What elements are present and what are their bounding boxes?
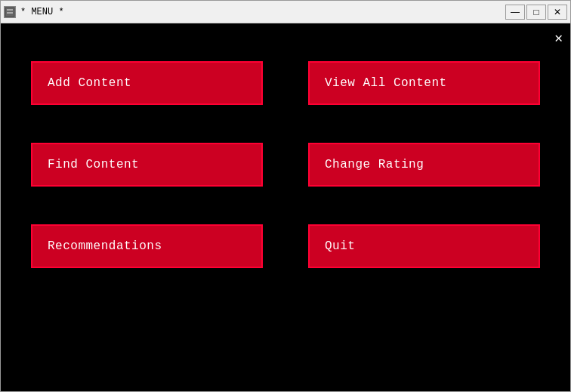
minimize-button[interactable]: — bbox=[505, 5, 525, 20]
app-icon bbox=[4, 6, 16, 18]
find-content-button[interactable]: Find Content bbox=[31, 143, 263, 187]
content-close-button[interactable]: ✕ bbox=[554, 29, 563, 46]
add-content-button[interactable]: Add Content bbox=[31, 61, 263, 105]
view-all-content-button[interactable]: View All Content bbox=[308, 61, 540, 105]
close-button[interactable]: ✕ bbox=[548, 5, 567, 20]
title-bar-controls: — □ ✕ bbox=[505, 5, 567, 20]
maximize-button[interactable]: □ bbox=[526, 5, 546, 20]
window-content: ✕ Add Content View All Content Find Cont… bbox=[1, 23, 570, 391]
quit-button[interactable]: Quit bbox=[308, 224, 540, 268]
recommendations-button[interactable]: Recommendations bbox=[31, 224, 263, 268]
title-bar-left: * MENU * bbox=[4, 6, 64, 18]
main-window: * MENU * — □ ✕ ✕ Add Content View All Co… bbox=[0, 0, 571, 392]
svg-rect-2 bbox=[7, 12, 13, 14]
window-title: * MENU * bbox=[20, 7, 64, 17]
change-rating-button[interactable]: Change Rating bbox=[308, 143, 540, 187]
menu-grid: Add Content View All Content Find Conten… bbox=[16, 54, 555, 276]
title-bar: * MENU * — □ ✕ bbox=[1, 1, 570, 23]
svg-rect-1 bbox=[7, 9, 13, 11]
